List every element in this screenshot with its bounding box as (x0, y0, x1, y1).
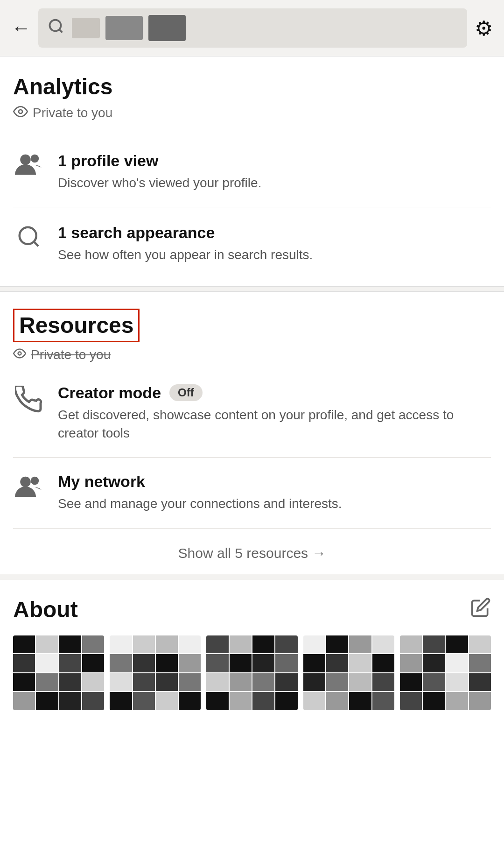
profile-views-item[interactable]: 1 profile view Discover who's viewed you… (13, 135, 491, 207)
creator-title-row: Creator mode Off (58, 384, 491, 402)
search-bar[interactable] (38, 8, 467, 48)
analytics-title: Analytics (13, 73, 491, 100)
profile-views-title: 1 profile view (58, 150, 261, 171)
my-network-subtitle: See and manage your connections and inte… (58, 494, 342, 513)
analytics-section: Analytics Private to you 1 profile view … (0, 56, 504, 279)
creator-mode-subtitle: Get discovered, showcase content on your… (58, 406, 491, 442)
edit-about-button[interactable] (470, 597, 491, 622)
svg-line-1 (59, 29, 63, 33)
creator-mode-icon (13, 386, 45, 419)
about-header: About (13, 597, 491, 622)
resources-private-label: Private to you (13, 347, 491, 363)
creator-mode-item[interactable]: Creator mode Off Get discovered, showcas… (13, 369, 491, 458)
about-thumbnail-1 (13, 635, 104, 710)
svg-point-3 (20, 154, 31, 165)
about-thumbnail-4 (303, 635, 394, 710)
about-section: About (0, 574, 504, 720)
svg-point-8 (20, 477, 31, 487)
about-thumbnail-2 (110, 635, 201, 710)
search-appearance-item[interactable]: 1 search appearance See how often you ap… (13, 207, 491, 279)
search-placeholder (72, 15, 186, 41)
show-all-row: Show all 5 resources → (13, 529, 491, 574)
my-network-content: My network See and manage your connectio… (58, 473, 342, 513)
svg-point-9 (31, 477, 39, 485)
search-appearance-subtitle: See how often you appear in search resul… (58, 246, 313, 264)
settings-button[interactable]: ⚙ (475, 16, 493, 40)
section-divider-1 (0, 286, 504, 292)
about-thumbnail-3 (206, 635, 297, 710)
svg-point-0 (50, 20, 61, 31)
svg-point-2 (19, 110, 22, 113)
placeholder-block-1 (72, 18, 100, 38)
search-icon (48, 18, 64, 38)
eye-icon (13, 104, 28, 122)
my-network-icon (13, 474, 45, 504)
about-thumbnails (13, 635, 491, 710)
creator-mode-badge: Off (169, 384, 203, 401)
resources-eye-icon (13, 347, 26, 363)
profile-views-icon (13, 152, 45, 182)
top-bar: ← ⚙ (0, 0, 504, 56)
about-thumbnail-5 (400, 635, 491, 710)
svg-point-7 (18, 352, 21, 355)
back-button[interactable]: ← (11, 18, 31, 38)
creator-mode-title: Creator mode (58, 384, 161, 402)
search-appearance-title: 1 search appearance (58, 222, 313, 243)
analytics-private-text: Private to you (33, 106, 112, 120)
profile-views-content: 1 profile view Discover who's viewed you… (58, 150, 261, 192)
my-network-item[interactable]: My network See and manage your connectio… (13, 458, 491, 528)
placeholder-block-3 (148, 15, 186, 41)
placeholder-block-2 (105, 16, 143, 40)
svg-point-4 (31, 154, 39, 162)
resources-title: Resources (19, 312, 133, 339)
svg-line-6 (34, 241, 38, 246)
creator-mode-content: Creator mode Off Get discovered, showcas… (58, 384, 491, 442)
resources-private-text: Private to you (31, 347, 111, 362)
analytics-private-label: Private to you (13, 104, 491, 122)
show-all-resources-button[interactable]: Show all 5 resources → (178, 545, 326, 561)
profile-views-subtitle: Discover who's viewed your profile. (58, 174, 261, 192)
about-title: About (13, 597, 78, 622)
resources-title-highlight: Resources (13, 309, 140, 342)
search-appearance-icon (13, 224, 45, 255)
svg-point-5 (20, 227, 36, 244)
my-network-title: My network (58, 473, 342, 491)
search-appearance-content: 1 search appearance See how often you ap… (58, 222, 313, 264)
resources-section: Resources Private to you Creator mode Of… (0, 292, 504, 574)
